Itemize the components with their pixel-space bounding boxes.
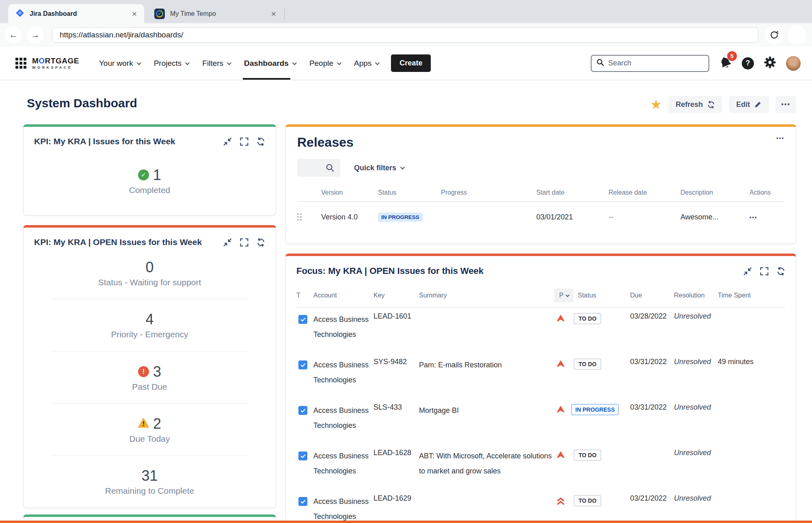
collapse-icon[interactable] [223,238,232,247]
menu-dashboards[interactable]: Dashboards [237,47,302,80]
address-bar[interactable]: https://atlassian.net/jira/dashboards/ [52,27,758,43]
tab-close-icon[interactable]: × [271,9,276,18]
menu-projects[interactable]: Projects [147,47,196,80]
checkbox-checked[interactable] [298,360,307,369]
global-search[interactable] [591,55,709,72]
status-badge[interactable]: TO DO [574,495,601,506]
status-badge[interactable]: IN PROGRESS [571,404,619,415]
issue-summary[interactable]: Mortgage BI [419,403,556,418]
refresh-icon [707,101,715,109]
release-date: -- [609,213,680,221]
page-actions: ★ Refresh Edit ••• [650,96,796,113]
resolution: Unresolved [674,312,718,321]
due-date: 03/28/2022 [630,312,674,321]
checkbox-checked[interactable] [298,497,307,506]
account-cell: Access Business Technologies [313,312,374,342]
priority-high-icon [556,360,574,371]
releases-search[interactable] [297,159,340,177]
release-actions-icon[interactable]: ••• [749,214,784,220]
create-button[interactable]: Create [391,54,431,72]
more-button[interactable]: ••• [775,96,796,113]
user-avatar[interactable] [786,56,801,71]
issue-key[interactable]: LEAD-1629 [374,494,419,503]
notifications-button[interactable]: 5 [719,56,732,71]
issue-key[interactable]: SYS-9482 [374,358,419,366]
expand-icon[interactable] [240,238,248,247]
gadget-title: Focus: My KRA | OPEN Issues for this Wee… [296,266,743,276]
expand-icon[interactable] [760,267,769,276]
gadget-title: KPI: My KRA | Issues for this Week [34,137,223,146]
search-input[interactable] [608,59,704,67]
menu-apps[interactable]: Apps [347,47,385,80]
menu-your-work[interactable]: Your work [92,47,147,80]
menu-people[interactable]: People [302,47,347,80]
table-row[interactable]: Access Business Technologies SLS-433 Mor… [296,399,785,445]
stat-priority-emergency: 4 Priority - Emergency [24,299,276,351]
tab-close-icon[interactable]: × [132,9,137,18]
browser-tab-tempo[interactable]: ✓ My Time Tempo × [147,4,283,23]
status-badge[interactable]: TO DO [574,313,601,324]
issue-summary[interactable]: Pam: E-mails Restoration [419,358,556,373]
favorite-star-icon[interactable]: ★ [650,98,662,111]
search-icon [326,163,335,172]
back-button[interactable]: ← [5,26,22,43]
warning-triangle-icon [138,417,149,430]
table-row[interactable]: Access Business Technologies LEAD-1601 T… [296,308,785,354]
resolution: Unresolved [674,449,718,457]
collapse-icon[interactable] [743,267,752,276]
refresh-icon[interactable] [257,238,265,247]
checkbox-checked[interactable] [298,315,307,324]
settings-gear-icon[interactable] [764,56,776,70]
browser-extra-button[interactable] [788,26,806,44]
reload-button[interactable] [765,26,784,44]
table-row[interactable]: Access Business Technologies SYS-9482 Pa… [296,354,785,399]
forward-button[interactable]: → [27,26,44,43]
gadget-title: Releases [297,135,776,150]
browser-tab-jira[interactable]: Jira Dashboard × [8,4,144,23]
browser-toolbar: ← → https://atlassian.net/jira/dashboard… [0,23,812,47]
issue-key[interactable]: LEAD-1628 [374,449,419,457]
menu-filters[interactable]: Filters [195,47,237,80]
issue-key[interactable]: SLS-433 [374,403,419,412]
help-button[interactable]: ? [742,57,754,69]
priority-high-icon [556,315,574,326]
jira-favicon-icon [15,9,24,19]
issue-summary[interactable]: ABT: With Microsoft, Accelerate solution… [419,449,556,479]
account-cell: Access Business Technologies [313,358,374,388]
table-row[interactable]: Access Business Technologies LEAD-1629 T… [296,490,785,523]
checkbox-checked[interactable] [298,406,307,415]
app-switcher-icon[interactable] [15,58,26,69]
due-date: 03/31/2022 [630,403,674,412]
issue-key[interactable]: LEAD-1601 [374,312,419,321]
release-row[interactable]: Version 4.0 IN PROGRESS 03/01/2021 -- Aw… [297,205,784,229]
tab-title: Jira Dashboard [30,10,127,17]
focus-table-header: T Account Key Summary P Status Due Resol… [296,289,785,302]
status-badge[interactable]: TO DO [574,358,601,370]
collapse-icon[interactable] [223,137,232,146]
account-cell: Access Business Technologies [313,494,374,523]
refresh-button[interactable]: Refresh [668,96,722,113]
chevron-down-icon [136,60,141,65]
drag-handle-icon[interactable] [297,213,302,221]
gadget-kpi-issues: KPI: My KRA | Issues for this Week ✓ 1 C… [23,124,276,215]
due-date: 03/21/2022 [630,494,674,503]
releases-table-header: Version Status Progress Start date Relea… [297,189,784,196]
workspace-logo[interactable]: MORTGAGE WORKSPACE [32,57,79,69]
priority-column-sort[interactable]: P [554,289,574,302]
chevron-down-icon [292,60,297,65]
divider [297,201,784,202]
refresh-icon[interactable] [777,267,785,276]
stat-due-today: 2 Due Today [24,404,276,455]
edit-button[interactable]: Edit [729,96,769,113]
expand-icon[interactable] [240,137,248,146]
quick-filters-dropdown[interactable]: Quick filters [354,164,404,172]
refresh-icon[interactable] [257,137,265,146]
search-icon [596,59,604,68]
checkbox-checked[interactable] [298,451,307,460]
table-row[interactable]: Access Business Technologies LEAD-1628 A… [296,445,785,490]
status-badge: IN PROGRESS [378,213,423,222]
gadget-releases: Releases ••• Quick filters Version Statu… [285,124,796,244]
more-icon[interactable]: ••• [776,135,784,141]
chevron-down-icon [566,293,570,297]
status-badge[interactable]: TO DO [574,449,601,461]
